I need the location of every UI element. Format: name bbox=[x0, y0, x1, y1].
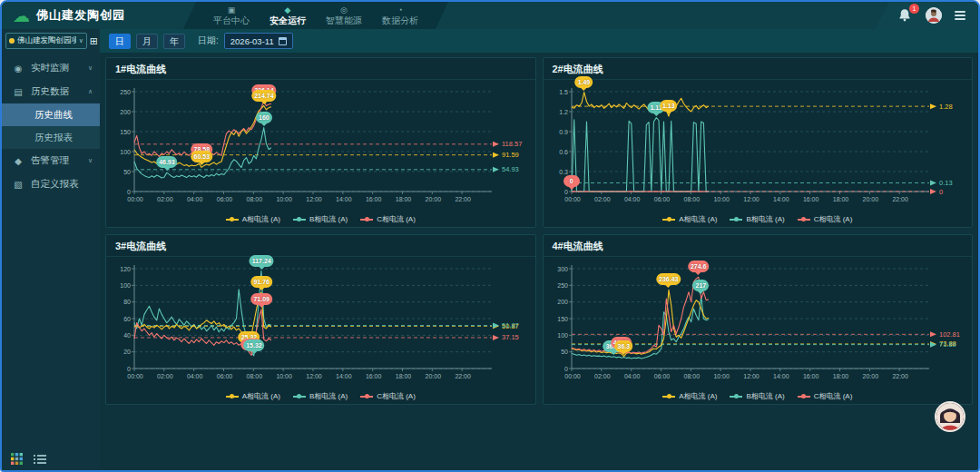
legend-marker bbox=[226, 396, 239, 398]
current-curve-chart-1[interactable]: 05010015020025000:0002:0004:0006:0008:00… bbox=[107, 81, 534, 224]
logo: ☁ 佛山建发陶创园 bbox=[2, 7, 183, 25]
sidebar-item-history-report[interactable]: 历史报表 bbox=[2, 126, 100, 149]
current-curve-chart-2[interactable]: 00.30.60.91.21.500:0002:0004:0006:0008:0… bbox=[544, 81, 971, 224]
legend-item[interactable]: C相电流 (A) bbox=[360, 214, 416, 224]
nav-item-platform-center[interactable]: ▣ 平台中心 bbox=[203, 2, 260, 29]
svg-text:10:00: 10:00 bbox=[277, 196, 293, 202]
legend-label: A相电流 (A) bbox=[242, 391, 280, 401]
svg-text:60: 60 bbox=[123, 316, 131, 322]
legend-item[interactable]: B相电流 (A) bbox=[293, 391, 348, 401]
svg-text:22:00: 22:00 bbox=[456, 373, 472, 379]
legend-item[interactable]: B相电流 (A) bbox=[730, 391, 784, 401]
period-month-button[interactable]: 月 bbox=[136, 34, 158, 49]
legend-label: C相电流 (A) bbox=[814, 391, 853, 401]
svg-text:06:00: 06:00 bbox=[653, 373, 670, 379]
svg-text:08:00: 08:00 bbox=[247, 196, 263, 202]
svg-text:14:00: 14:00 bbox=[336, 196, 352, 202]
current-curve-chart-4[interactable]: 05010015020025030000:0002:0004:0006:0008… bbox=[544, 258, 971, 401]
top-nav: ▣ 平台中心 ◆ 安全运行 ◎ 智慧能源 ◔ 数据分析 bbox=[183, 2, 448, 29]
chart-legend: A相电流 (A)B相电流 (A)C相电流 (A) bbox=[544, 214, 971, 224]
sidebar-bottom-toggles bbox=[11, 453, 46, 465]
chart-title-3: 3#电流曲线 bbox=[106, 235, 535, 257]
project-selector[interactable]: 佛山建发陶创园项目 ∨ bbox=[5, 33, 87, 49]
svg-text:37.15: 37.15 bbox=[502, 333, 519, 341]
date-picker-input[interactable]: 2026-03-11 bbox=[224, 33, 293, 49]
notification-badge: 1 bbox=[909, 4, 919, 14]
service-avatar-float[interactable] bbox=[935, 401, 965, 432]
legend-item[interactable]: C相电流 (A) bbox=[798, 214, 853, 224]
svg-text:18:00: 18:00 bbox=[832, 373, 848, 379]
svg-text:50: 50 bbox=[561, 349, 568, 355]
sidebar-item-alarm-management[interactable]: ◆ 告警管理 ∨ bbox=[2, 149, 100, 172]
svg-text:00:00: 00:00 bbox=[127, 196, 143, 202]
legend-label: A相电流 (A) bbox=[679, 214, 717, 224]
svg-text:12:00: 12:00 bbox=[743, 373, 760, 379]
nav-item-data-analysis[interactable]: ◔ 数据分析 bbox=[372, 2, 428, 29]
legend-label: C相电流 (A) bbox=[377, 391, 416, 401]
user-avatar[interactable] bbox=[926, 7, 942, 24]
chart-title-2: 2#电流曲线 bbox=[544, 58, 973, 80]
svg-text:06:00: 06:00 bbox=[653, 196, 670, 202]
top-header: ☁ 佛山建发陶创园 ▣ 平台中心 ◆ 安全运行 ◎ 智慧能源 ◔ 数据分析 bbox=[2, 2, 978, 29]
legend-item[interactable]: B相电流 (A) bbox=[730, 214, 784, 224]
svg-text:1.28: 1.28 bbox=[939, 103, 953, 111]
svg-text:04:00: 04:00 bbox=[624, 373, 641, 379]
svg-text:120: 120 bbox=[121, 266, 132, 272]
safety-icon: ◆ bbox=[285, 5, 291, 15]
legend-item[interactable]: A相电流 (A) bbox=[662, 391, 717, 401]
sidebar-item-history-curve[interactable]: 历史曲线 bbox=[2, 103, 100, 126]
svg-text:150: 150 bbox=[121, 129, 132, 135]
legend-item[interactable]: C相电流 (A) bbox=[798, 391, 853, 401]
nav-item-safe-operation[interactable]: ◆ 安全运行 bbox=[260, 2, 316, 29]
svg-text:0.13: 0.13 bbox=[939, 179, 953, 187]
legend-marker bbox=[360, 396, 373, 398]
sidebar-item-custom-report[interactable]: ▧ 自定义报表 bbox=[2, 172, 100, 196]
svg-text:12:00: 12:00 bbox=[306, 196, 322, 202]
list-view-icon[interactable] bbox=[34, 454, 46, 465]
svg-text:04:00: 04:00 bbox=[187, 196, 203, 202]
svg-text:02:00: 02:00 bbox=[157, 373, 173, 379]
sidebar-item-history-data[interactable]: ▤ 历史数据 ∧ bbox=[2, 80, 100, 103]
svg-text:100: 100 bbox=[121, 149, 132, 155]
legend-marker bbox=[730, 396, 742, 398]
svg-text:16:00: 16:00 bbox=[803, 373, 819, 379]
user-menu-icon[interactable] bbox=[955, 11, 965, 20]
history-icon: ▤ bbox=[13, 87, 24, 97]
notification-bell-icon[interactable]: 1 bbox=[898, 8, 913, 23]
svg-text:51.87: 51.87 bbox=[502, 321, 519, 329]
svg-text:71.89: 71.89 bbox=[939, 340, 956, 349]
chart-canvas: 00.30.60.91.21.500:0002:0004:0006:0008:0… bbox=[544, 81, 971, 224]
sidebar-item-realtime-monitoring[interactable]: ◉ 实时监测 ∨ bbox=[2, 56, 100, 80]
calendar-icon bbox=[279, 37, 287, 45]
chart-canvas: 02040608010012000:0002:0004:0006:0008:00… bbox=[107, 258, 534, 401]
expand-icon[interactable]: ⊞ bbox=[90, 35, 98, 47]
legend-item[interactable]: A相电流 (A) bbox=[226, 214, 280, 224]
svg-text:100: 100 bbox=[121, 282, 132, 289]
svg-text:0: 0 bbox=[564, 366, 568, 372]
legend-item[interactable]: A相电流 (A) bbox=[662, 214, 717, 224]
svg-text:0.3: 0.3 bbox=[559, 169, 568, 175]
period-day-button[interactable]: 日 bbox=[109, 34, 131, 49]
cloud-logo-icon: ☁ bbox=[13, 7, 30, 25]
legend-item[interactable]: B相电流 (A) bbox=[293, 214, 348, 224]
svg-text:04:00: 04:00 bbox=[624, 196, 641, 202]
legend-label: B相电流 (A) bbox=[746, 391, 784, 401]
legend-item[interactable]: C相电流 (A) bbox=[360, 391, 416, 401]
period-year-button[interactable]: 年 bbox=[163, 34, 185, 49]
svg-text:10:00: 10:00 bbox=[713, 373, 730, 379]
svg-text:20:00: 20:00 bbox=[426, 196, 442, 202]
current-curve-chart-3[interactable]: 02040608010012000:0002:0004:0006:0008:00… bbox=[107, 258, 534, 401]
svg-text:1.5: 1.5 bbox=[559, 89, 568, 95]
nav-item-smart-energy[interactable]: ◎ 智慧能源 bbox=[316, 2, 372, 29]
svg-text:0: 0 bbox=[564, 189, 568, 195]
grid-apps-icon[interactable] bbox=[11, 453, 23, 465]
chart-legend: A相电流 (A)B相电流 (A)C相电流 (A) bbox=[107, 214, 534, 224]
svg-text:80: 80 bbox=[123, 299, 131, 305]
svg-text:91.59: 91.59 bbox=[502, 151, 519, 159]
svg-text:200: 200 bbox=[121, 109, 132, 115]
svg-text:40: 40 bbox=[123, 332, 131, 339]
legend-item[interactable]: A相电流 (A) bbox=[226, 391, 280, 401]
chevron-down-icon: ∨ bbox=[79, 37, 83, 44]
svg-text:300: 300 bbox=[557, 266, 568, 272]
svg-text:0.6: 0.6 bbox=[559, 149, 568, 155]
